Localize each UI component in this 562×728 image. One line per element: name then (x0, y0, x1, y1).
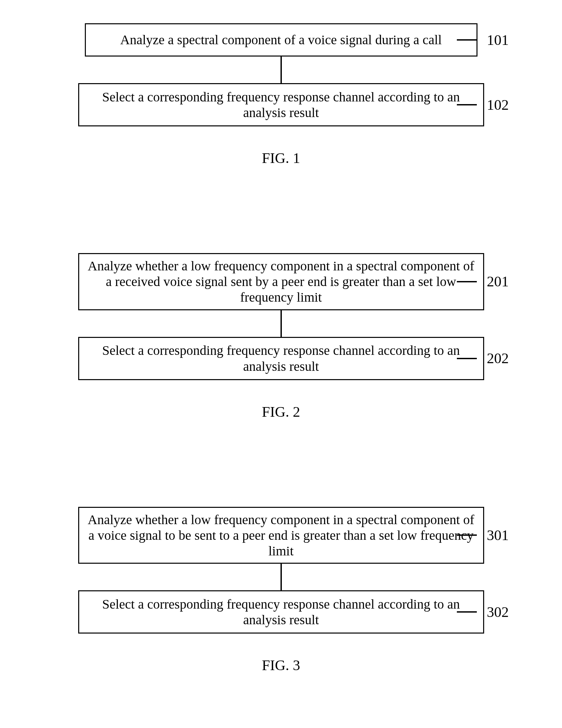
flow-row: Select a corresponding frequency respons… (0, 590, 562, 634)
connector-line (280, 57, 282, 83)
step-label: 201 (487, 273, 509, 290)
label-group-102: 102 (457, 96, 509, 113)
step-box-102: Select a corresponding frequency respons… (78, 83, 484, 126)
flow-row: Analyze a spectral component of a voice … (0, 23, 562, 57)
label-group-302: 302 (457, 604, 509, 621)
label-tick (457, 104, 477, 105)
label-group-301: 301 (457, 527, 509, 544)
figure-caption: FIG. 3 (262, 657, 300, 674)
step-text: Select a corresponding frequency respons… (86, 596, 477, 628)
step-label: 302 (487, 604, 509, 621)
connector-line (280, 564, 282, 590)
figure-1: Analyze a spectral component of a voice … (0, 23, 562, 167)
step-box-202: Select a corresponding frequency respons… (78, 337, 484, 380)
step-text: Analyze a spectral component of a voice … (120, 32, 442, 48)
label-group-101: 101 (457, 32, 509, 49)
step-box-302: Select a corresponding frequency respons… (78, 590, 484, 634)
figure-caption: FIG. 1 (262, 150, 300, 167)
step-text: Select a corresponding frequency respons… (86, 89, 477, 120)
label-group-202: 202 (457, 350, 509, 367)
step-text: Select a corresponding frequency respons… (86, 343, 477, 374)
flow-row: Select a corresponding frequency respons… (0, 337, 562, 380)
connector-line (280, 310, 282, 337)
step-text: Analyze whether a low frequency componen… (86, 512, 477, 559)
label-tick (457, 611, 477, 613)
label-tick (457, 358, 477, 359)
label-tick (457, 534, 477, 536)
label-tick (457, 39, 477, 41)
page: Analyze a spectral component of a voice … (0, 0, 562, 728)
step-label: 202 (487, 350, 509, 367)
figure-caption: FIG. 2 (262, 403, 300, 420)
step-label: 102 (487, 96, 509, 113)
step-box-301: Analyze whether a low frequency componen… (78, 507, 484, 564)
label-group-201: 201 (457, 273, 509, 290)
label-tick (457, 281, 477, 282)
figure-2: Analyze whether a low frequency componen… (0, 253, 562, 420)
step-text: Analyze whether a low frequency componen… (86, 258, 477, 305)
flow-row: Analyze whether a low frequency componen… (0, 507, 562, 564)
step-label: 101 (487, 32, 509, 49)
step-label: 301 (487, 527, 509, 544)
step-box-201: Analyze whether a low frequency componen… (78, 253, 484, 310)
flow-row: Select a corresponding frequency respons… (0, 83, 562, 126)
step-box-101: Analyze a spectral component of a voice … (85, 23, 478, 57)
figure-3: Analyze whether a low frequency componen… (0, 507, 562, 674)
flow-row: Analyze whether a low frequency componen… (0, 253, 562, 310)
